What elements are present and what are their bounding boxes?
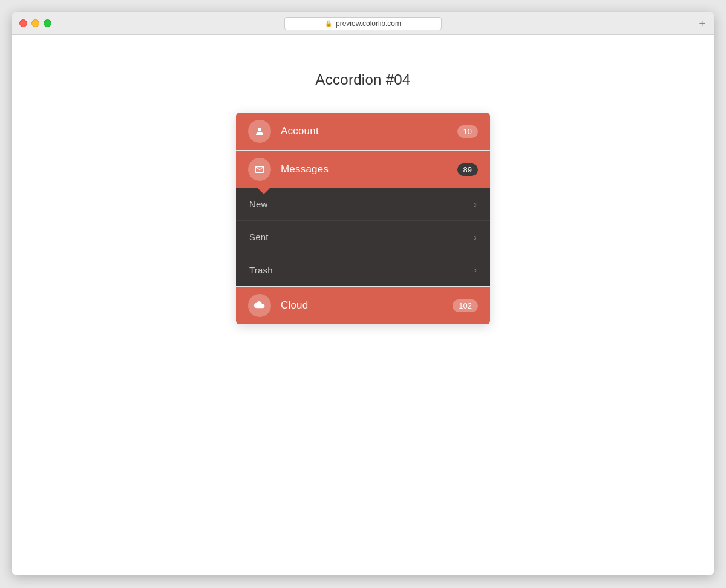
address-bar[interactable]: 🔒 preview.colorlib.com [284, 17, 442, 30]
new-tab-button[interactable]: + [699, 18, 705, 29]
sub-item-trash-label: Trash [249, 265, 474, 275]
accordion-item-cloud: Cloud 102 [236, 287, 490, 324]
svg-point-0 [258, 128, 261, 131]
envelope-icon [254, 164, 265, 175]
account-label: Account [281, 125, 457, 137]
main-content: Accordion #04 Account 10 [12, 35, 714, 575]
accordion-header-account[interactable]: Account 10 [236, 113, 490, 150]
account-icon-circle [248, 120, 271, 143]
accordion-item-messages: Messages 89 [236, 151, 490, 188]
account-badge: 10 [457, 125, 478, 138]
chevron-right-icon-trash: › [474, 265, 477, 275]
chevron-right-icon-sent: › [474, 232, 477, 242]
cloud-badge: 102 [453, 299, 478, 312]
user-icon [254, 126, 265, 137]
sub-item-new[interactable]: New › [236, 188, 490, 221]
url-text: preview.colorlib.com [336, 19, 401, 28]
sub-item-trash[interactable]: Trash › [236, 253, 490, 286]
page-title: Accordion #04 [315, 71, 410, 88]
messages-icon-circle [248, 158, 271, 181]
accordion-header-messages[interactable]: Messages 89 [236, 151, 490, 188]
maximize-button[interactable] [44, 19, 51, 27]
cloud-icon [253, 301, 266, 310]
chevron-right-icon-new: › [474, 200, 477, 209]
minimize-button[interactable] [31, 19, 39, 27]
close-button[interactable] [19, 19, 27, 27]
traffic-lights [19, 19, 51, 27]
cloud-icon-circle [248, 294, 271, 317]
accordion-expanded-messages: New › Sent › Trash › [236, 188, 490, 286]
accordion: Account 10 Messages 89 [236, 113, 490, 324]
expanded-triangle [258, 188, 270, 194]
messages-badge: 89 [457, 163, 478, 176]
sub-item-sent[interactable]: Sent › [236, 221, 490, 253]
browser-window: 🔒 preview.colorlib.com + Accordion #04 A… [12, 12, 714, 575]
sub-item-new-label: New [249, 199, 474, 209]
cloud-label: Cloud [281, 299, 453, 312]
accordion-header-cloud[interactable]: Cloud 102 [236, 287, 490, 324]
lock-icon: 🔒 [325, 20, 332, 27]
accordion-item-account: Account 10 [236, 113, 490, 150]
messages-label: Messages [281, 163, 457, 175]
sub-item-sent-label: Sent [249, 232, 474, 242]
titlebar: 🔒 preview.colorlib.com + [12, 12, 714, 35]
